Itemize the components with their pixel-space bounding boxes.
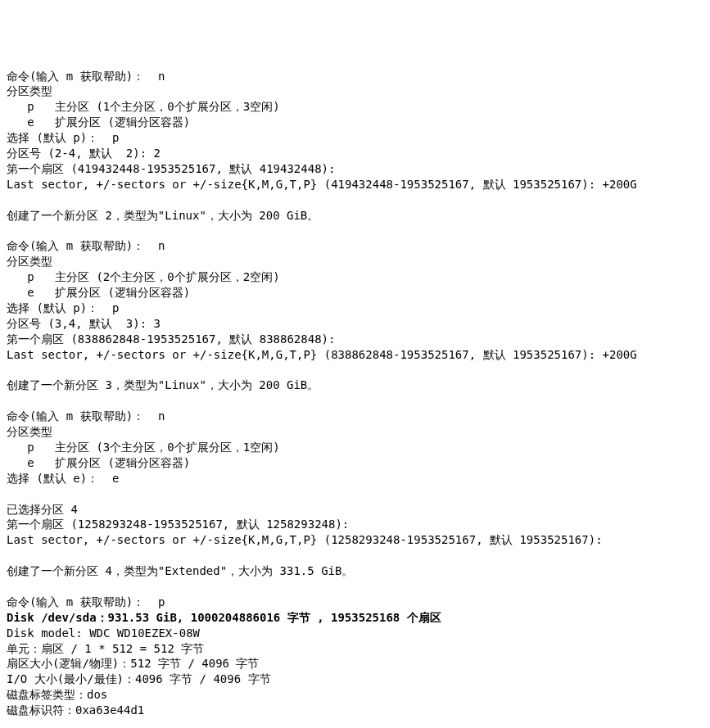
terminal-line: 分区号 (2-4, 默认 2): 2: [7, 147, 161, 160]
terminal-line: e 扩展分区 (逻辑分区容器): [7, 115, 190, 129]
terminal-line: 分区类型: [7, 84, 52, 97]
terminal-line: Last sector, +/-sectors or +/-size{K,M,G…: [7, 178, 637, 191]
terminal-line: 创建了一个新分区 4，类型为"Extended"，大小为 331.5 GiB。: [7, 564, 353, 577]
terminal-line: I/O 大小(最小/最佳)：4096 字节 / 4096 字节: [7, 672, 271, 685]
terminal-line: p 主分区 (1个主分区，0个扩展分区，3空闲): [7, 100, 280, 113]
terminal-line: 选择 (默认 p)： p: [7, 131, 119, 144]
terminal-line: 单元：扇区 / 1 * 512 = 512 字节: [7, 642, 204, 655]
terminal-line: 命令(输入 m 获取帮助)： n: [7, 409, 165, 423]
terminal-line: p 主分区 (3个主分区，0个扩展分区，1空闲): [7, 441, 280, 454]
terminal-line: 第一个扇区 (419432448-1953525167, 默认 41943244…: [7, 162, 335, 175]
terminal-line: 磁盘标识符：0xa63e44d1: [7, 703, 144, 717]
terminal-line: 磁盘标签类型：dos: [7, 688, 107, 701]
terminal-line: 选择 (默认 p)： p: [7, 301, 119, 314]
terminal-line: 分区号 (3,4, 默认 3): 3: [7, 317, 161, 330]
terminal-line: 第一个扇区 (1258293248-1953525167, 默认 1258293…: [7, 518, 349, 531]
terminal-line: 分区类型: [7, 255, 52, 268]
terminal-line: 已选择分区 4: [7, 503, 78, 516]
terminal-line: e 扩展分区 (逻辑分区容器): [7, 456, 190, 469]
disk-summary-line: Disk /dev/sda：931.53 GiB, 1000204886016 …: [7, 611, 441, 624]
terminal-line: 创建了一个新分区 2，类型为"Linux"，大小为 200 GiB。: [7, 209, 319, 222]
terminal-line: 创建了一个新分区 3，类型为"Linux"，大小为 200 GiB。: [7, 378, 319, 391]
terminal-line: Disk model: WDC WD10EZEX-08W: [7, 626, 200, 640]
terminal-line: 第一个扇区 (838862848-1953525167, 默认 83886284…: [7, 332, 335, 346]
terminal-line: p 主分区 (2个主分区，0个扩展分区，2空闲): [7, 270, 280, 283]
terminal-line: 命令(输入 m 获取帮助)： p: [7, 595, 165, 608]
terminal-line: 命令(输入 m 获取帮助)： n: [7, 70, 165, 83]
terminal-line: Last sector, +/-sectors or +/-size{K,M,G…: [7, 348, 637, 361]
terminal-output: 命令(输入 m 获取帮助)： n 分区类型 p 主分区 (1个主分区，0个扩展分…: [7, 69, 703, 728]
terminal-line: 选择 (默认 e)： e: [7, 472, 119, 485]
terminal-line: 命令(输入 m 获取帮助)： n: [7, 239, 165, 252]
terminal-line: 分区类型: [7, 425, 52, 438]
terminal-line: Last sector, +/-sectors or +/-size{K,M,G…: [7, 533, 603, 546]
terminal-line: 扇区大小(逻辑/物理)：512 字节 / 4096 字节: [7, 657, 259, 670]
terminal-line: e 扩展分区 (逻辑分区容器): [7, 286, 190, 299]
